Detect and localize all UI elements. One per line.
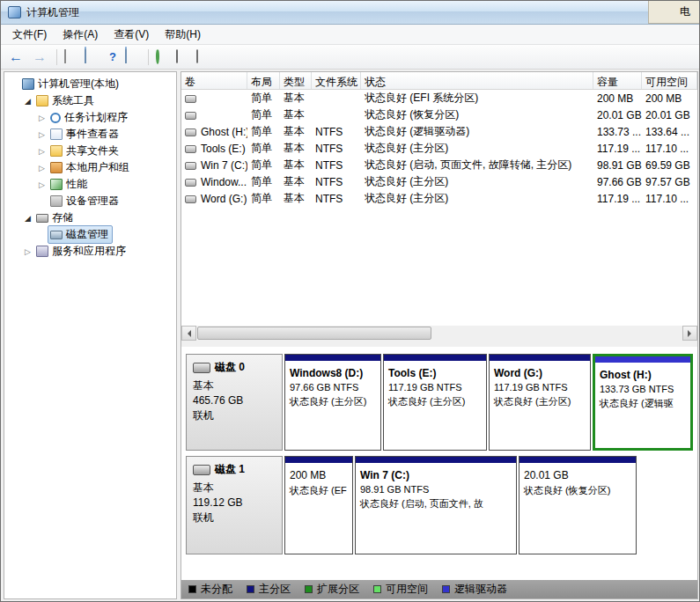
sidebar-item-task-scheduler[interactable]: ▷ 任务计划程序	[4, 109, 176, 126]
disk-status: 联机	[193, 408, 276, 423]
partition-title: Tools (E:)	[384, 361, 486, 379]
legend-primary-partition: 主分区	[247, 582, 291, 597]
volume-status: 状态良好 (启动, 页面文件, 故障转储, 主分区)	[361, 158, 593, 173]
partition-efi-system[interactable]: 200 MB 状态良好 (EF	[284, 456, 353, 554]
rescan-disks-icon[interactable]	[176, 50, 192, 64]
scroll-left-button[interactable]	[181, 326, 196, 341]
table-row[interactable]: 简单 基本 状态良好 (EFI 系统分区) 200 MB 200 MB	[181, 90, 697, 106]
volume-layout: 简单	[247, 158, 280, 173]
volume-status: 状态良好 (恢复分区)	[361, 107, 593, 122]
volume-icon	[185, 162, 196, 170]
volume-capacity: 117.19 ...	[593, 193, 642, 205]
document-icon	[64, 49, 66, 63]
table-row[interactable]: Ghost (H:) 简单 基本 NTFS 状态良好 (逻辑驱动器) 133.7…	[181, 123, 697, 140]
sidebar-item-storage[interactable]: ◢ 存储	[4, 209, 176, 226]
chevron-collapsed-icon[interactable]: ▷	[36, 130, 48, 139]
column-status[interactable]: 状态	[361, 72, 593, 89]
scroll-right-button[interactable]	[682, 326, 697, 341]
background-window-fragment[interactable]: 电	[648, 1, 699, 24]
volume-name: Tools (E:)	[201, 143, 246, 155]
volume-type: 基本	[280, 91, 312, 106]
export-list-icon[interactable]	[64, 50, 80, 64]
table-row[interactable]: Window... 简单 基本 NTFS 状态良好 (主分区) 97.66 GB…	[181, 173, 697, 190]
column-type[interactable]: 类型	[280, 72, 312, 89]
chevron-collapsed-icon[interactable]: ▷	[22, 247, 33, 256]
volume-type: 基本	[280, 107, 312, 122]
table-row[interactable]: Win 7 (C:) 简单 基本 NTFS 状态良好 (启动, 页面文件, 故障…	[181, 157, 697, 173]
column-capacity[interactable]: 容量	[593, 72, 642, 89]
chevron-collapsed-icon[interactable]: ▷	[36, 147, 48, 156]
chevron-expanded-icon[interactable]: ◢	[22, 214, 33, 223]
legend-label: 逻辑驱动器	[454, 582, 507, 597]
partition-title: Word (G:)	[490, 361, 590, 379]
refresh-icon[interactable]	[156, 50, 172, 64]
volume-free: 117.10 ...	[642, 193, 697, 205]
menu-help[interactable]: 帮助(H)	[157, 25, 209, 45]
column-volume[interactable]: 卷	[181, 72, 247, 89]
volume-capacity: 97.66 GB	[593, 176, 642, 188]
forward-arrow-icon[interactable]: →	[30, 48, 49, 67]
table-row[interactable]: Word (G:) 简单 基本 NTFS 状态良好 (主分区) 117.19 .…	[181, 190, 697, 207]
table-row[interactable]: 简单 基本 状态良好 (恢复分区) 20.01 GB 20.01 GB	[181, 106, 697, 123]
window-icon	[85, 47, 86, 63]
sidebar-item-disk-management[interactable]: 磁盘管理	[4, 226, 176, 243]
scrollbar-thumb[interactable]	[197, 327, 431, 340]
sidebar-item-device-manager[interactable]: 设备管理器	[4, 193, 176, 209]
sidebar-item-services-applications[interactable]: ▷ 服务和应用程序	[4, 243, 176, 260]
column-filesystem[interactable]: 文件系统	[312, 72, 361, 89]
column-free-space[interactable]: 可用空间	[642, 72, 697, 89]
partition-recovery[interactable]: 20.01 GB 状态良好 (恢复分区)	[519, 456, 637, 554]
partition-tools-e[interactable]: Tools (E:) 117.19 GB NTFS 状态良好 (主分区)	[383, 354, 487, 451]
disk-0-info[interactable]: 磁盘 0 基本 465.76 GB 联机	[186, 354, 283, 451]
volume-layout: 简单	[247, 91, 280, 106]
volume-fs: NTFS	[312, 193, 361, 205]
menu-file[interactable]: 文件(F)	[4, 25, 55, 45]
volume-status: 状态良好 (主分区)	[361, 141, 593, 156]
partition-title: Ghost (H:)	[595, 363, 690, 381]
properties-icon[interactable]	[125, 50, 141, 64]
partition-win7-c[interactable]: Win 7 (C:) 98.91 GB NTFS 状态良好 (启动, 页面文件,…	[355, 456, 517, 554]
partition-ghost-h-selected[interactable]: Ghost (H:) 133.73 GB NTFS 状态良好 (逻辑驱	[593, 354, 693, 451]
partition-windows8-d[interactable]: Windows8 (D:) 97.66 GB NTFS 状态良好 (主分区)	[284, 354, 381, 451]
sidebar-item-performance[interactable]: ▷ 性能	[4, 176, 176, 193]
horizontal-scrollbar[interactable]	[181, 326, 697, 341]
help-icon[interactable]: ?	[105, 50, 121, 64]
sidebar-item-computer-management[interactable]: 计算机管理(本地)	[4, 76, 176, 92]
chevron-expanded-icon[interactable]: ◢	[22, 97, 33, 106]
computer-management-window: 计算机管理 电 文件(F) 操作(A) 查看(V) 帮助(H) ← → ? 计算…	[0, 0, 700, 602]
disk-name: 磁盘 0	[215, 360, 245, 375]
window-icon	[125, 47, 127, 63]
sidebar-item-local-users-groups[interactable]: ▷ 本地用户和组	[4, 159, 176, 176]
sidebar-item-event-viewer[interactable]: ▷ 事件查看器	[4, 126, 176, 143]
volume-icon	[185, 145, 196, 153]
toolbar-separator	[148, 49, 149, 65]
disk-1-info[interactable]: 磁盘 1 基本 119.12 GB 联机	[186, 456, 283, 554]
partition-legend: 未分配 主分区 扩展分区 可用空间 逻辑驱动器	[181, 580, 697, 598]
partition-word-g[interactable]: Word (G:) 117.19 GB NTFS 状态良好 (主分区)	[489, 354, 591, 451]
volume-free: 200 MB	[642, 92, 697, 105]
system-tools-icon	[36, 95, 48, 106]
chevron-collapsed-icon[interactable]: ▷	[36, 180, 48, 189]
unallocated-swatch-icon	[188, 585, 196, 593]
chevron-collapsed-icon[interactable]: ▷	[36, 114, 48, 122]
settings-icon[interactable]	[196, 50, 212, 64]
column-layout[interactable]: 布局	[247, 72, 280, 89]
primary-partition-bar	[285, 457, 352, 463]
partition-status: 状态良好 (逻辑驱	[595, 394, 690, 410]
menu-view[interactable]: 查看(V)	[106, 25, 157, 45]
pane-splitter[interactable]	[181, 341, 697, 347]
disk-1-row: 磁盘 1 基本 119.12 GB 联机 200 MB 状态良好 (EF Win…	[186, 456, 693, 554]
chevron-collapsed-icon[interactable]: ▷	[36, 164, 48, 173]
title-bar[interactable]: 计算机管理 电	[1, 1, 699, 25]
disk-name: 磁盘 1	[215, 462, 245, 477]
sidebar-item-system-tools[interactable]: ◢ 系统工具	[4, 92, 176, 109]
show-console-tree-icon[interactable]	[85, 50, 100, 64]
volume-free: 97.57 GB	[642, 176, 697, 188]
menu-action[interactable]: 操作(A)	[55, 25, 106, 45]
back-arrow-icon[interactable]: ←	[6, 48, 26, 67]
sidebar-item-shared-folders[interactable]: ▷ 共享文件夹	[4, 143, 176, 159]
disk-icon	[193, 465, 210, 475]
volume-table: 简单 基本 状态良好 (EFI 系统分区) 200 MB 200 MB 简单 基…	[181, 90, 697, 207]
primary-partition-bar	[519, 457, 636, 463]
table-row[interactable]: Tools (E:) 简单 基本 NTFS 状态良好 (主分区) 117.19 …	[181, 140, 697, 157]
